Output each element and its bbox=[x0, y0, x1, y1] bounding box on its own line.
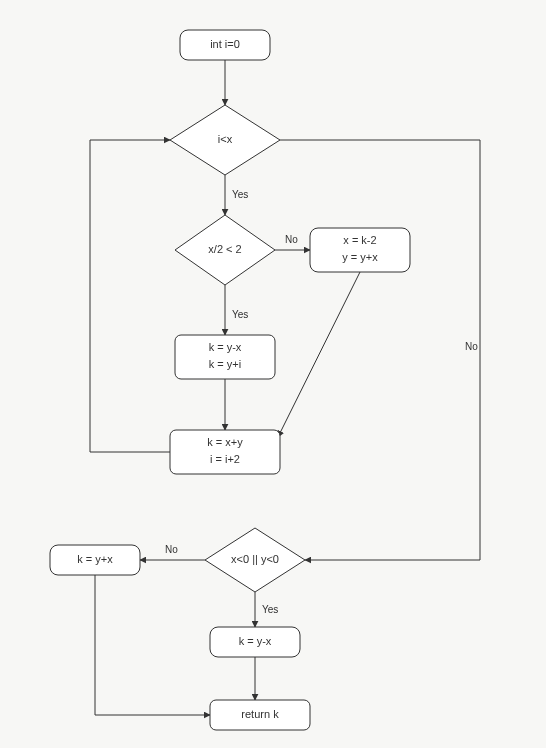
edge-d1-d2-label: Yes bbox=[232, 189, 248, 200]
node-p3-label2: i = i+2 bbox=[210, 453, 240, 465]
node-p2-label1: k = y-x bbox=[209, 341, 242, 353]
edge-d3-p4-label: No bbox=[165, 544, 178, 555]
node-end-label: return k bbox=[241, 708, 279, 720]
node-p2-label2: k = y+i bbox=[209, 358, 241, 370]
edge-d3-p5-label: Yes bbox=[262, 604, 278, 615]
node-p1-label2: y = y+x bbox=[342, 251, 378, 263]
node-p4-label: k = y+x bbox=[77, 553, 113, 565]
node-p5-label: k = y-x bbox=[239, 635, 272, 647]
edge-p3-d1 bbox=[90, 140, 170, 452]
flowchart-canvas: int i=0 i<x Yes No x/2 < 2 No x = k-2 y … bbox=[0, 0, 546, 748]
edge-p4-end bbox=[95, 575, 210, 715]
node-d1-label: i<x bbox=[218, 133, 233, 145]
edge-d2-p2-label: Yes bbox=[232, 309, 248, 320]
edge-d1-d3-label: No bbox=[465, 341, 478, 352]
node-d3-label: x<0 || y<0 bbox=[231, 553, 279, 565]
node-start-label: int i=0 bbox=[210, 38, 240, 50]
edge-d2-p1-label: No bbox=[285, 234, 298, 245]
edge-p1-p3 bbox=[278, 272, 360, 437]
node-p3-label1: k = x+y bbox=[207, 436, 243, 448]
node-d2-label: x/2 < 2 bbox=[208, 243, 241, 255]
edge-d1-d3 bbox=[280, 140, 480, 560]
node-p1-label1: x = k-2 bbox=[343, 234, 376, 246]
